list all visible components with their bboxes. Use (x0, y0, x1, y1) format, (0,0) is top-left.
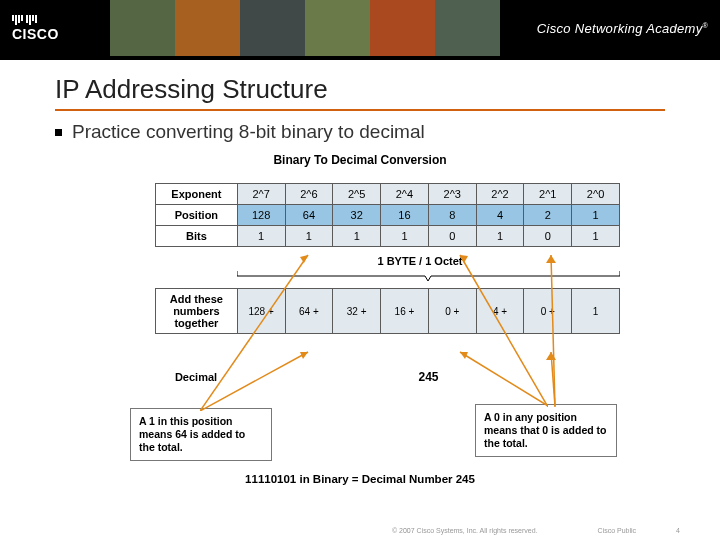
bullet-text: Practice converting 8-bit binary to deci… (72, 121, 425, 142)
svg-marker-5 (460, 255, 468, 263)
academy-label: Cisco Networking Academy® (537, 21, 708, 36)
slide-content: IP Addressing Structure Practice convert… (0, 60, 720, 495)
svg-line-8 (460, 352, 548, 406)
footer-label: Cisco Public (598, 527, 637, 534)
row-bits: Bits 1 1 1 1 0 1 0 1 (156, 226, 620, 247)
row-exponent: Exponent 2^7 2^6 2^5 2^4 2^3 2^2 2^1 2^0 (156, 184, 620, 205)
bullet-line: Practice converting 8-bit binary to deci… (55, 121, 665, 143)
arrow-right-4 (545, 348, 585, 406)
svg-marker-7 (546, 255, 556, 263)
arrow-right-3 (458, 348, 548, 406)
footer-page: 4 (676, 527, 680, 534)
svg-marker-1 (300, 255, 308, 263)
figure-title: Binary To Decimal Conversion (100, 153, 620, 167)
row-position: Position 128 64 32 16 8 4 2 1 (156, 205, 620, 226)
conversion-figure: Binary To Decimal Conversion Exponent 2^… (100, 153, 620, 495)
label-exponent: Exponent (156, 184, 238, 205)
bullet-icon (55, 129, 62, 136)
brand-text: CISCO (12, 27, 59, 41)
note-right-box: A 0 in any position means that 0 is adde… (475, 404, 617, 457)
figure-summary: 11110101 in Binary = Decimal Number 245 (100, 473, 620, 485)
footer-copyright: © 2007 Cisco Systems, Inc. All rights re… (392, 527, 538, 534)
svg-line-2 (200, 352, 308, 411)
page-title: IP Addressing Structure (55, 74, 665, 111)
cisco-logo: CISCO (12, 15, 59, 41)
header-photo-strip (110, 0, 500, 56)
svg-line-10 (551, 352, 555, 406)
svg-marker-11 (546, 352, 556, 360)
label-bits: Bits (156, 226, 238, 247)
arrow-left-2 (200, 348, 310, 411)
label-position: Position (156, 205, 238, 226)
header-bar: CISCO Cisco Networking Academy® (0, 0, 720, 56)
note-left-box: A 1 in this position means 64 is added t… (130, 408, 272, 461)
footer: © 2007 Cisco Systems, Inc. All rights re… (0, 527, 720, 534)
